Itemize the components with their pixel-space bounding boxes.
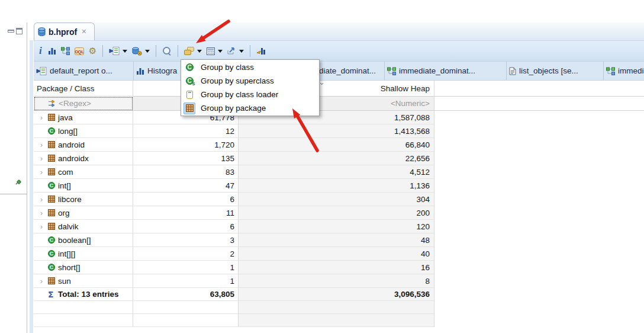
page-icon [509, 67, 516, 75]
run-report-button[interactable] [109, 47, 127, 55]
result-tab-label: default_report o... [50, 66, 112, 75]
editor-tab-band: b.hprof ✕ [34, 23, 644, 40]
total-shallow-heap: 3,096,536 [239, 288, 434, 301]
regex-filter-field[interactable]: <Regex> [34, 97, 133, 111]
cell-objects: 83 [133, 165, 239, 179]
cell-shallow-heap: 4,512 [239, 165, 434, 179]
row-label: com [58, 168, 73, 177]
result-tab[interactable]: list_objects [se... [507, 62, 604, 80]
row-label: dalvik [58, 222, 79, 231]
cell-shallow-heap: 304 [239, 193, 434, 206]
menu-item-label: Group by superclass [201, 76, 274, 85]
menu-item-icon-box [183, 89, 195, 101]
editor-sash[interactable] [30, 40, 33, 333]
cell-objects: 11 [133, 206, 239, 220]
row-label: int[][] [58, 249, 75, 258]
filter-icon [48, 100, 56, 107]
minimize-icon[interactable] [8, 30, 14, 33]
customize-gear-icon[interactable]: ⚙ [89, 46, 96, 56]
cell-objects: 1,720 [133, 138, 239, 152]
cell-shallow-heap: 1,413,568 [239, 124, 434, 138]
chevron-down-icon[interactable] [218, 50, 223, 53]
dominator-tree-button[interactable] [61, 47, 70, 55]
histogram-button[interactable] [48, 47, 56, 55]
package-icon [48, 277, 55, 284]
pin-icon[interactable] [14, 178, 22, 186]
row-label: sun [58, 277, 71, 286]
result-tab-label: immediate_dominat... [399, 66, 475, 75]
menu-item-icon-box [183, 62, 195, 73]
result-tab[interactable]: immediate_dominat... [385, 62, 507, 80]
column-header-package-class[interactable]: Package / Class [34, 81, 133, 97]
menu-item[interactable]: Group by class [181, 60, 319, 74]
table-row[interactable]: boolean[] 3 48 [34, 233, 644, 247]
export-button[interactable] [227, 47, 244, 55]
expander-icon[interactable]: › [37, 277, 46, 285]
chevron-down-icon[interactable] [145, 50, 150, 53]
compare-button[interactable] [256, 47, 266, 55]
table-row[interactable]: short[] 1 16 [34, 261, 644, 274]
table-row[interactable]: › libcore 6 304 [34, 193, 644, 206]
toolbar-separator [102, 45, 103, 57]
sigma-icon: Σ [48, 290, 55, 299]
chevron-down-icon[interactable] [239, 50, 244, 53]
cell-shallow-heap: 1,136 [239, 179, 434, 193]
result-tab[interactable]: default_report o... [34, 62, 134, 80]
close-icon[interactable]: ✕ [81, 28, 86, 36]
toolbar-separator [156, 45, 156, 57]
result-tab-label: immediate [618, 66, 644, 75]
total-objects: 63,805 [133, 288, 239, 301]
table-row[interactable]: › sun 1 8 [34, 274, 644, 288]
result-tab[interactable]: diate_dominat... [318, 62, 385, 80]
row-label: long[] [58, 127, 78, 136]
row-label: java [58, 113, 73, 122]
cell-shallow-heap: 66,840 [239, 138, 434, 152]
expander-icon[interactable]: › [37, 141, 46, 149]
table-row[interactable]: › androidx 135 22,656 [34, 152, 644, 165]
package-icon [48, 209, 55, 216]
menu-item[interactable]: Group by package [181, 101, 319, 115]
chevron-down-icon[interactable] [123, 50, 127, 53]
result-tab-label: diate_dominat... [319, 66, 376, 75]
table-row[interactable]: › java 61,778 1,587,088 [34, 111, 644, 124]
class-icon [48, 250, 55, 257]
oql-button[interactable]: OQL [75, 47, 84, 55]
table-row[interactable]: › com 83 4,512 [34, 165, 644, 179]
expander-icon[interactable]: › [37, 196, 46, 203]
row-label: libcore [58, 195, 82, 204]
menu-item-label: Group by package [201, 104, 266, 113]
table-row[interactable]: int[] 47 1,136 [34, 179, 644, 193]
row-label: androidx [58, 154, 89, 163]
empty-row [34, 301, 644, 314]
editor-toolbar: i OQL ⚙ [34, 40, 644, 62]
expander-icon[interactable]: › [37, 209, 46, 217]
table-row[interactable]: › dalvik 6 120 [34, 220, 644, 233]
expander-icon[interactable]: › [37, 155, 46, 162]
maximize-icon[interactable] [16, 28, 22, 34]
expander-icon[interactable]: › [37, 114, 46, 121]
cell-objects: 47 [133, 179, 239, 193]
table-row[interactable]: int[][] 2 40 [34, 247, 644, 261]
search-icon[interactable] [162, 46, 172, 56]
editor-tab-bhprof[interactable]: b.hprof ✕ [34, 23, 95, 40]
menu-item[interactable]: Group by superclass [181, 74, 319, 88]
info-button[interactable]: i [38, 45, 43, 57]
table-row[interactable]: › org 11 200 [34, 206, 644, 220]
acquire-heapdump-button[interactable] [132, 47, 150, 56]
class-icon [48, 264, 55, 271]
table-row[interactable]: › android 1,720 66,840 [34, 138, 644, 152]
menu-item[interactable]: Group by class loader [181, 88, 319, 101]
table-row[interactable]: long[] 12 1,413,568 [34, 124, 644, 138]
expander-icon[interactable]: › [37, 168, 46, 176]
cell-objects: 1 [133, 261, 239, 274]
superclass-icon [186, 77, 194, 85]
chevron-down-icon[interactable] [197, 50, 202, 53]
group-by-button[interactable] [184, 47, 202, 55]
calculator-button[interactable] [207, 47, 223, 55]
result-tab[interactable]: immediate [604, 62, 644, 80]
cell-objects: 6 [133, 193, 239, 206]
header-filler [434, 81, 644, 97]
expander-icon[interactable]: › [37, 223, 46, 230]
result-tab-label: Histogra [147, 66, 177, 75]
row-label: int[] [58, 181, 71, 190]
